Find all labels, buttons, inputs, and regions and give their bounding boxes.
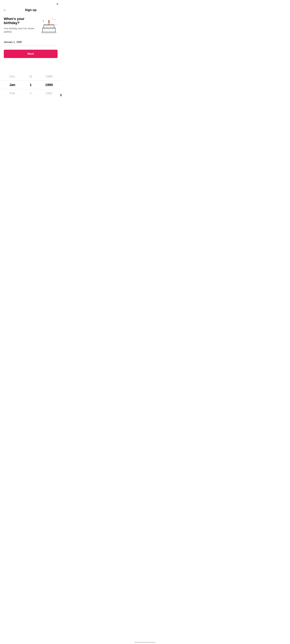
picker-year-prev: 1989 [40,75,58,78]
picker-year-selected: 1990 [40,83,58,87]
page-title: Sign up [25,8,36,12]
next-button[interactable]: Next [4,50,58,58]
status-bar [0,0,61,7]
picker-row-selected[interactable]: Jan 1 1990 [0,80,61,89]
picker-month-next: Feb [3,92,22,95]
nav-header: ← Sign up [0,7,61,14]
picker-day-prev: 31 [22,75,40,78]
birthday-heading: When's your birthday? [4,17,38,25]
svg-rect-6 [48,22,50,25]
svg-rect-9 [42,32,56,33]
svg-text:✦: ✦ [54,19,56,20]
content-area: When's your birthday? Your birthday won'… [0,14,61,63]
picker-month-prev: Dec [3,75,22,78]
birthday-text: When's your birthday? Your birthday won'… [4,17,40,33]
svg-rect-8 [42,28,55,32]
svg-text:✦: ✦ [52,18,53,19]
picker-month-selected: Jan [3,83,22,87]
birthday-section: When's your birthday? Your birthday won'… [4,17,58,34]
picker-day-next: 2 [22,92,40,95]
picker-year-next: 1991 [40,92,58,95]
status-dot [56,3,58,5]
svg-text:✦: ✦ [42,20,44,22]
date-picker[interactable]: Dec 31 1989 Jan 1 1990 Feb 2 1991 [0,72,61,97]
picker-row-next[interactable]: Feb 2 1991 [0,89,61,97]
birthday-subtext: Your birthday won't be shown publicly. [4,27,38,33]
back-button[interactable]: ← [3,8,6,12]
date-field[interactable]: January 1, 1990 [4,40,58,45]
cake-icon: ✦ ✦ ✦ ✦ [40,17,58,34]
date-value: January 1, 1990 [4,40,58,45]
picker-day-selected: 1 [22,83,40,87]
cake-svg: ✦ ✦ ✦ ✦ [40,17,58,34]
svg-text:✦: ✦ [55,24,56,25]
picker-row-prev[interactable]: Dec 31 1989 [0,72,61,80]
